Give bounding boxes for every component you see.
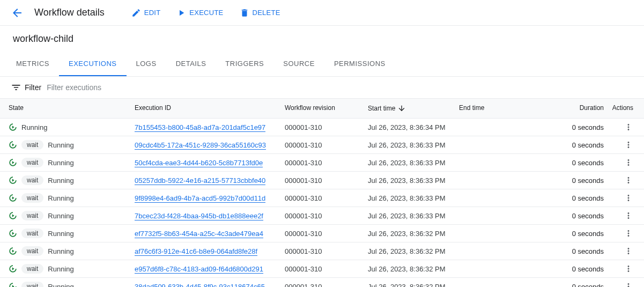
- wait-badge: wait: [21, 193, 43, 203]
- header-actions: Actions: [604, 104, 633, 113]
- execution-id-link[interactable]: 05257ddb-5922-4e16-a215-57713cbbfe40: [135, 176, 265, 185]
- running-icon: [9, 211, 17, 220]
- start-time-cell: Jul 26, 2023, 8:36:33 PM: [368, 194, 459, 202]
- row-actions-button[interactable]: [604, 140, 633, 150]
- wait-badge: wait: [21, 264, 43, 274]
- execution-id-cell: 9f8998e4-6ad9-4b7a-acd5-992b7d00d11d: [135, 194, 285, 202]
- table-row: wait Running 9f8998e4-6ad9-4b7a-acd5-992…: [0, 189, 644, 207]
- state-cell: wait Running: [9, 211, 135, 220]
- execution-id-cell: 09cdc4b5-172a-451c-9289-36ca55160c93: [135, 141, 285, 149]
- header-execution-id[interactable]: Execution ID: [135, 104, 285, 113]
- row-actions-button[interactable]: [604, 282, 633, 287]
- revision-cell: 000001-310: [285, 141, 368, 149]
- execution-id-cell: ef7732f5-8b63-454a-a25c-4c3ade479ea4: [135, 230, 285, 238]
- wait-badge: wait: [21, 246, 43, 256]
- execution-id-link[interactable]: e957d6f8-c78c-4183-ad09-f64d6800d291: [135, 265, 263, 274]
- execution-id-link[interactable]: 9f8998e4-6ad9-4b7a-acd5-992b7d00d11d: [135, 194, 265, 203]
- table-row: wait Running 05257ddb-5922-4e16-a215-577…: [0, 172, 644, 189]
- state-text: Running: [48, 247, 73, 255]
- running-icon: [9, 176, 17, 185]
- row-actions-button[interactable]: [604, 229, 633, 238]
- executions-table-body: Running 7b155453-b800-45a8-ad7a-201daf5c…: [0, 119, 644, 287]
- execute-label: EXECUTE: [189, 9, 223, 17]
- row-actions-button[interactable]: [604, 175, 633, 185]
- state-text: Running: [48, 265, 73, 273]
- state-cell: wait Running: [9, 175, 135, 185]
- more-vert-icon: [624, 264, 633, 274]
- tab-details[interactable]: DETAILS: [166, 52, 216, 76]
- row-actions-button[interactable]: [604, 246, 633, 256]
- tabs: METRICS EXECUTIONS LOGS DETAILS TRIGGERS…: [0, 52, 644, 77]
- state-cell: wait Running: [9, 140, 135, 150]
- running-icon: [9, 158, 17, 167]
- tab-executions[interactable]: EXECUTIONS: [59, 52, 127, 76]
- start-time-cell: Jul 26, 2023, 8:36:32 PM: [368, 247, 459, 255]
- duration-cell: 0 seconds: [539, 194, 604, 202]
- edit-button[interactable]: EDIT: [131, 8, 161, 18]
- duration-cell: 0 seconds: [539, 265, 604, 273]
- state-text: Running: [48, 194, 73, 202]
- duration-cell: 0 seconds: [539, 247, 604, 255]
- start-time-cell: Jul 26, 2023, 8:36:34 PM: [368, 123, 459, 131]
- row-actions-button[interactable]: [604, 122, 633, 132]
- delete-button[interactable]: DELETE: [240, 8, 280, 18]
- execute-button[interactable]: EXECUTE: [176, 8, 223, 18]
- running-icon: [9, 282, 17, 287]
- running-icon: [9, 229, 17, 238]
- running-icon: [9, 141, 17, 149]
- duration-cell: 0 seconds: [539, 159, 604, 167]
- revision-cell: 000001-310: [285, 123, 368, 131]
- table-header: State Execution ID Workflow revision Sta…: [0, 99, 644, 119]
- state-cell: wait Running: [9, 264, 135, 274]
- running-icon: [9, 123, 17, 131]
- execution-id-link[interactable]: af76c6f3-912e-41c6-b8e9-064afd8fe28f: [135, 247, 257, 256]
- wait-badge: wait: [21, 140, 43, 150]
- header-revision[interactable]: Workflow revision: [285, 104, 368, 113]
- header-state[interactable]: State: [9, 104, 135, 113]
- tab-metrics[interactable]: METRICS: [6, 52, 59, 76]
- table-row: Running 7b155453-b800-45a8-ad7a-201daf5c…: [0, 119, 644, 136]
- execution-id-link[interactable]: 7b155453-b800-45a8-ad7a-201daf5c1e97: [135, 123, 265, 132]
- pencil-icon: [131, 8, 141, 18]
- row-actions-button[interactable]: [604, 158, 633, 167]
- back-arrow-icon[interactable]: [11, 6, 24, 19]
- running-icon: [9, 264, 17, 273]
- tab-source[interactable]: SOURCE: [273, 52, 324, 76]
- start-time-cell: Jul 26, 2023, 8:36:32 PM: [368, 283, 459, 288]
- more-vert-icon: [624, 193, 633, 203]
- state-cell: wait Running: [9, 193, 135, 203]
- execution-id-cell: 38dad509-633b-4d45-8f9c-93c118674c65: [135, 283, 285, 288]
- table-row: wait Running e957d6f8-c78c-4183-ad09-f64…: [0, 260, 644, 278]
- tab-triggers[interactable]: TRIGGERS: [216, 52, 273, 76]
- execution-id-cell: 05257ddb-5922-4e16-a215-57713cbbfe40: [135, 176, 285, 185]
- state-cell: wait Running: [9, 229, 135, 238]
- more-vert-icon: [624, 158, 633, 167]
- action-buttons: EDIT EXECUTE DELETE: [131, 8, 280, 18]
- play-icon: [176, 8, 186, 18]
- row-actions-button[interactable]: [604, 193, 633, 203]
- filter-bar: Filter: [0, 77, 644, 99]
- header-end-time[interactable]: End time: [459, 104, 539, 113]
- table-row: wait Running 7bcec23d-f428-4baa-945b-db1…: [0, 207, 644, 225]
- running-icon: [9, 247, 17, 255]
- state-text: Running: [48, 283, 73, 288]
- tab-logs[interactable]: LOGS: [127, 52, 166, 76]
- execution-id-link[interactable]: 09cdc4b5-172a-451c-9289-36ca55160c93: [135, 141, 266, 150]
- table-row: wait Running 38dad509-633b-4d45-8f9c-93c…: [0, 278, 644, 287]
- tab-permissions[interactable]: PERMISSIONS: [324, 52, 395, 76]
- header-duration[interactable]: Duration: [539, 104, 604, 113]
- row-actions-button[interactable]: [604, 264, 633, 274]
- row-actions-button[interactable]: [604, 211, 633, 220]
- execution-id-link[interactable]: 50cf4cda-eae3-4d44-b620-5c8b7713fd0e: [135, 159, 263, 167]
- execution-id-link[interactable]: ef7732f5-8b63-454a-a25c-4c3ade479ea4: [135, 230, 263, 238]
- filter-text: Filter: [25, 83, 41, 92]
- state-text: Running: [48, 212, 73, 220]
- filter-input[interactable]: [47, 83, 633, 92]
- header-start-time[interactable]: Start time: [368, 104, 459, 113]
- more-vert-icon: [624, 122, 633, 132]
- wait-badge: wait: [21, 229, 43, 238]
- header-bar: Workflow details EDIT EXECUTE DELETE: [0, 0, 644, 26]
- execution-id-link[interactable]: 38dad509-633b-4d45-8f9c-93c118674c65: [135, 283, 265, 288]
- execution-id-link[interactable]: 7bcec23d-f428-4baa-945b-db1e888eee2f: [135, 212, 263, 220]
- edit-label: EDIT: [144, 9, 161, 17]
